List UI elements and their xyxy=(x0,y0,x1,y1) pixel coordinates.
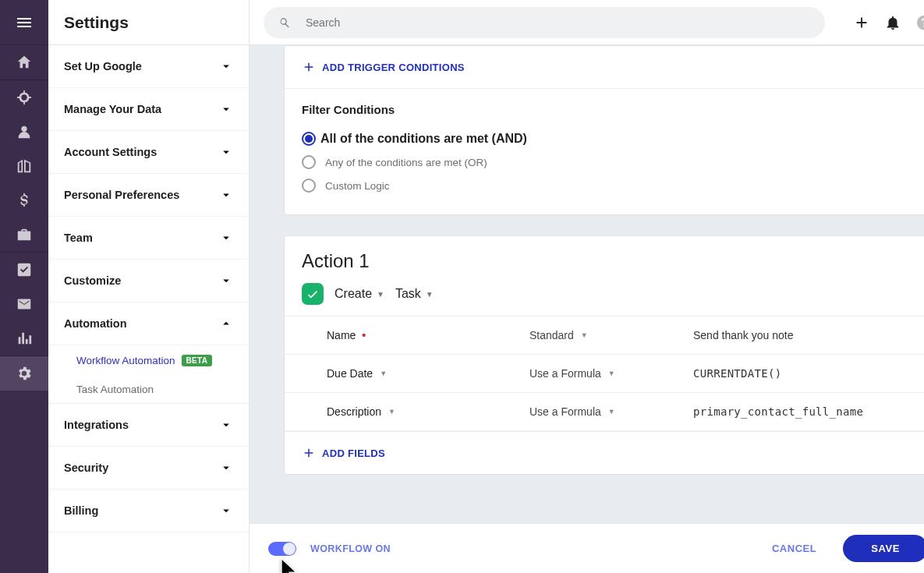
field-row: Name•Standard▼Send thank you note xyxy=(285,317,924,355)
chart-icon xyxy=(16,330,33,347)
nav-settings[interactable] xyxy=(0,356,48,391)
content-area: ADD TRIGGER CONDITIONS Filter Conditions… xyxy=(250,45,924,523)
action-object-label: Task xyxy=(395,287,421,301)
chevron-down-icon xyxy=(219,59,233,73)
sidebar-item-label: Integrations xyxy=(64,419,129,431)
radio-icon xyxy=(302,132,316,146)
topbar xyxy=(250,0,924,45)
field-mode-select[interactable]: Use a Formula▼ xyxy=(529,367,693,380)
help-icon xyxy=(915,14,924,31)
filter-radio-label: Any of the conditions are met (OR) xyxy=(325,157,487,168)
settings-sidebar: Settings Set Up GoogleManage Your DataAc… xyxy=(48,0,250,573)
sidebar-item[interactable]: Integrations xyxy=(48,404,249,447)
field-mode-select[interactable]: Use a Formula▼ xyxy=(529,405,693,418)
trigger-card: ADD TRIGGER CONDITIONS Filter Conditions… xyxy=(284,45,924,215)
chevron-down-icon xyxy=(219,188,233,202)
cursor-pointer-icon xyxy=(278,557,301,573)
sidebar-item-label: Manage Your Data xyxy=(64,103,161,115)
sidebar-subitem[interactable]: Workflow AutomationBETA xyxy=(48,345,249,374)
sidebar-item-label: Customize xyxy=(64,274,121,287)
building-icon xyxy=(16,157,33,175)
footer-bar: WORKFLOW ON CANCEL SAVE xyxy=(250,523,924,573)
search-input[interactable] xyxy=(304,16,811,30)
workflow-toggle[interactable] xyxy=(268,542,296,556)
save-button[interactable]: SAVE xyxy=(843,535,924,562)
sidebar-item[interactable]: Billing xyxy=(48,490,249,532)
filter-radio-option[interactable]: All of the conditions are met (AND) xyxy=(302,127,913,150)
nav-briefcase[interactable] xyxy=(0,218,48,252)
field-mode-label: Use a Formula xyxy=(529,367,601,380)
field-name-label: Due Date xyxy=(327,367,373,380)
menu-button[interactable] xyxy=(0,0,48,45)
action-card: Action 1 Create▼ Task▼ Name•Standard▼Sen… xyxy=(284,235,924,475)
add-fields-button[interactable]: ADD FIELDS xyxy=(285,431,924,474)
plus-icon xyxy=(302,446,316,460)
sidebar-item-label: Set Up Google xyxy=(64,60,142,73)
filter-radio-option[interactable]: Any of the conditions are met (OR) xyxy=(302,150,913,174)
chevron-down-icon xyxy=(219,231,233,245)
caret-down-icon: ▼ xyxy=(380,370,387,377)
add-button[interactable] xyxy=(853,14,870,31)
search-icon xyxy=(278,16,292,30)
dollar-icon xyxy=(16,192,33,209)
nav-building[interactable] xyxy=(0,149,48,183)
action-title: Action 1 xyxy=(302,250,913,272)
sidebar-item[interactable]: Personal Preferences xyxy=(48,174,249,217)
chevron-down-icon xyxy=(219,274,233,288)
field-name-label: Description xyxy=(327,405,381,418)
sidebar-item-label: Team xyxy=(64,232,93,244)
sidebar-item[interactable]: Manage Your Data xyxy=(48,88,249,131)
hamburger-icon xyxy=(15,13,34,32)
action-verb-select[interactable]: Create▼ xyxy=(335,287,384,301)
add-trigger-conditions-button[interactable]: ADD TRIGGER CONDITIONS xyxy=(285,46,924,89)
field-name-select[interactable]: Due Date▼ xyxy=(327,367,529,380)
sidebar-item[interactable]: Automation xyxy=(48,302,249,345)
field-value[interactable]: primary_contact_full_name xyxy=(693,405,913,418)
nav-chart[interactable] xyxy=(0,321,48,355)
workflow-toggle-label: WORKFLOW ON xyxy=(310,543,391,554)
nav-check[interactable] xyxy=(0,253,48,287)
search-container[interactable] xyxy=(264,7,825,38)
person-icon xyxy=(16,123,33,140)
help-button[interactable] xyxy=(915,14,924,31)
chevron-down-icon xyxy=(219,102,233,116)
caret-down-icon: ▼ xyxy=(608,408,615,416)
nav-dollar[interactable] xyxy=(0,183,48,218)
sidebar-subitem[interactable]: Task Automation xyxy=(48,374,249,403)
field-value[interactable]: Send thank you note xyxy=(693,329,913,341)
caret-down-icon: ▼ xyxy=(581,331,588,339)
caret-down-icon: ▼ xyxy=(388,408,395,416)
field-name-select[interactable]: Description▼ xyxy=(327,405,529,418)
chevron-up-icon xyxy=(219,317,233,331)
sidebar-item[interactable]: Set Up Google xyxy=(48,45,249,88)
nav-target[interactable] xyxy=(0,80,48,115)
field-mode-select[interactable]: Standard▼ xyxy=(529,329,693,341)
field-value[interactable]: CURRENTDATE() xyxy=(693,367,913,380)
chevron-down-icon xyxy=(219,461,233,475)
field-name-select[interactable]: Name• xyxy=(327,329,529,341)
nav-mail[interactable] xyxy=(0,287,48,321)
action-verb-label: Create xyxy=(335,287,372,301)
cancel-button[interactable]: CANCEL xyxy=(759,536,829,561)
sidebar-item[interactable]: Customize xyxy=(48,260,249,302)
app-rail xyxy=(0,0,48,573)
main-column: ADD TRIGGER CONDITIONS Filter Conditions… xyxy=(250,0,924,573)
add-trigger-label: ADD TRIGGER CONDITIONS xyxy=(322,62,465,73)
field-row: Due Date▼Use a Formula▼CURRENTDATE() xyxy=(285,355,924,393)
nav-home[interactable] xyxy=(0,45,48,80)
caret-down-icon: ▼ xyxy=(426,290,434,299)
sidebar-item[interactable]: Team xyxy=(48,217,249,260)
filter-radio-option[interactable]: Custom Logic xyxy=(302,174,913,197)
plus-icon xyxy=(853,14,870,31)
sidebar-item-label: Personal Preferences xyxy=(64,189,179,201)
action-object-select[interactable]: Task▼ xyxy=(395,287,434,301)
nav-person[interactable] xyxy=(0,115,48,149)
sidebar-item-label: Billing xyxy=(64,504,98,517)
sidebar-item[interactable]: Account Settings xyxy=(48,131,249,174)
notifications-button[interactable] xyxy=(884,14,901,31)
page-title: Settings xyxy=(48,0,249,45)
caret-down-icon: ▼ xyxy=(608,370,615,377)
home-icon xyxy=(16,54,33,71)
field-row: Description▼Use a Formula▼primary_contac… xyxy=(285,393,924,431)
sidebar-item[interactable]: Security xyxy=(48,447,249,490)
